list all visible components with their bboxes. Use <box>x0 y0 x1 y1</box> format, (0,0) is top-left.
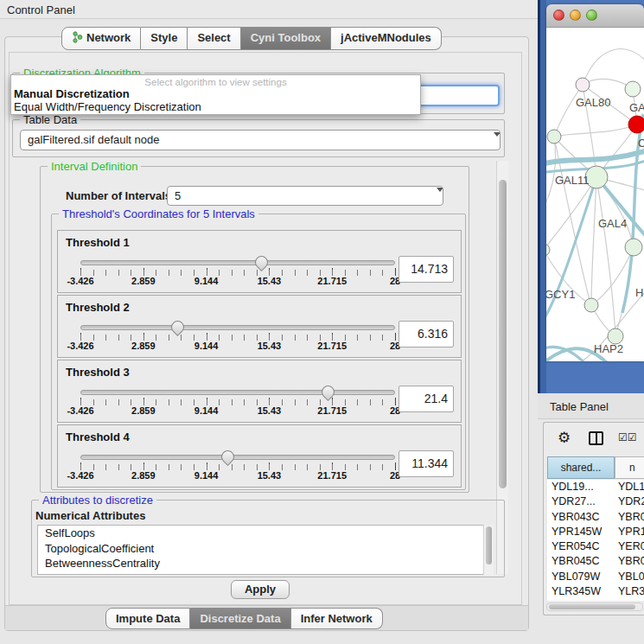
list-item[interactable]: BetweennessCentrality <box>38 556 493 571</box>
table-hscrollbar[interactable] <box>546 603 643 611</box>
algorithm-dropdown-popup: Select algorithm to view settings Manual… <box>10 74 421 115</box>
tab-cyni-toolbox[interactable]: Cyni Toolbox <box>241 27 331 50</box>
list-item[interactable]: TopologicalCoefficient <box>38 541 493 557</box>
tick-label: -3.426 <box>67 276 93 286</box>
table-cell[interactable]: YDR2 <box>615 494 644 509</box>
node-label: H <box>635 286 643 299</box>
threshold-label: Threshold 2 <box>66 301 130 314</box>
table-cell[interactable]: YBR0 <box>615 554 644 569</box>
table-cell[interactable]: YBR0 <box>615 510 644 525</box>
table-cell[interactable]: YBR045C <box>547 554 615 569</box>
apply-button[interactable]: Apply <box>231 580 290 599</box>
zoom-traffic-icon[interactable] <box>586 10 597 21</box>
network-node-h[interactable] <box>625 239 642 256</box>
table-cell[interactable]: YER054C <box>547 539 615 554</box>
tick-label: 21.715 <box>317 470 347 481</box>
close-traffic-icon[interactable] <box>553 10 564 21</box>
list-item[interactable]: SelfLoops <box>38 526 493 541</box>
node-label: HAP2 <box>594 342 623 355</box>
table-cell[interactable]: YPR145W <box>547 525 615 539</box>
threshold-label: Threshold 1 <box>66 236 130 249</box>
tab-label: Style <box>150 31 177 44</box>
thresholds-group: Threshold's Coordinates for 5 Intervals … <box>51 214 466 490</box>
network-node-gal11[interactable] <box>547 130 561 143</box>
group-title: Attributes to discretize <box>39 494 156 507</box>
tab-jactivemnodules[interactable]: jActiveMNodules <box>331 27 442 50</box>
panel-scrollbar-thumb[interactable] <box>499 180 507 488</box>
threshold-value-field[interactable]: 14.713 <box>399 256 454 283</box>
window-title: Control Panel <box>7 3 75 16</box>
table-cell[interactable]: YDR27... <box>547 494 615 509</box>
table-cell[interactable]: YIL052C <box>547 599 615 601</box>
slider-tick-labels: -3.426 2.859 9.144 15.43 21.715 28 <box>80 405 395 418</box>
attributes-listbox[interactable]: SelfLoops TopologicalCoefficient Between… <box>37 525 494 575</box>
network-window-titlebar[interactable] <box>546 4 644 28</box>
network-node-gal80[interactable] <box>576 78 590 92</box>
threshold-row: Threshold 3 -3.426 2.859 9.144 15.43 21.… <box>57 360 462 423</box>
network-node-gcy1[interactable] <box>546 244 550 256</box>
threshold-value-field[interactable]: 11.344 <box>399 450 454 477</box>
tab-label: jActiveMNodules <box>341 31 431 44</box>
table-panel: ⚙ ☑☑ shared... n YDL19... YDR27... YBR04… <box>543 422 644 615</box>
popup-option-equal-width[interactable]: Equal Width/Frequency Discretization <box>11 100 420 113</box>
tab-select[interactable]: Select <box>188 27 240 50</box>
threshold-slider[interactable] <box>80 455 395 460</box>
network-node-ga[interactable] <box>625 81 641 97</box>
table-cell[interactable]: YER0 <box>615 539 644 554</box>
network-graph: GAL80 GA C GAL11 GAL4 GCY1 H HAP2 <box>546 28 644 361</box>
list-scrollbar[interactable] <box>483 525 494 575</box>
slider-minor-ticks <box>80 270 395 276</box>
select-columns-icon[interactable]: ☑☑ <box>618 431 637 443</box>
network-node-red[interactable] <box>628 116 644 133</box>
num-intervals-combobox[interactable]: 5 <box>167 186 443 206</box>
threshold-row: Threshold 4 -3.426 2.859 9.144 15.43 21.… <box>57 424 462 488</box>
threshold-value-field[interactable]: 21.4 <box>399 386 454 412</box>
list-scrollbar-thumb[interactable] <box>486 526 492 564</box>
threshold-slider[interactable] <box>80 325 395 330</box>
table-cell[interactable]: YLR3 <box>615 584 644 599</box>
table-cell[interactable]: YLR345W <box>547 584 615 599</box>
table-cell[interactable]: YPR1 <box>615 525 644 539</box>
table-cell[interactable]: YIL0 <box>615 599 644 601</box>
node-label: C <box>638 137 644 150</box>
columns-icon[interactable] <box>589 431 603 445</box>
tick-label: 21.715 <box>317 341 347 351</box>
threshold-value-field[interactable]: 6.316 <box>399 321 454 348</box>
interval-definition-group: Interval Definition Number of Intervals … <box>40 166 469 493</box>
table-data-combobox[interactable]: galFiltered.sif default node <box>20 130 501 150</box>
network-window[interactable]: GAL80 GA C GAL11 GAL4 GCY1 H HAP2 <box>546 4 644 361</box>
tick-label: -3.426 <box>67 405 93 416</box>
node-label: GAL80 <box>576 96 610 109</box>
tab-impute-data[interactable]: Impute Data <box>105 608 190 629</box>
table-hscrollbar-thumb[interactable] <box>549 604 635 609</box>
tick-label: 15.43 <box>258 341 282 351</box>
tick-label: 9.144 <box>194 341 219 351</box>
tab-infer-network[interactable]: Infer Network <box>291 608 383 629</box>
network-node-hap2[interactable] <box>584 298 598 312</box>
control-panel-tabs: Network Style Select Cyni Toolbox jActiv… <box>61 27 442 50</box>
table-column-shared: YDL19... YDR27... YBR043C YPR145W YER054… <box>547 480 615 601</box>
table-cell[interactable]: YDL19... <box>547 480 615 494</box>
table-cell[interactable]: YDL1 <box>615 480 644 494</box>
tick-label: 9.144 <box>194 276 219 286</box>
tick-label: 15.43 <box>258 276 282 286</box>
tab-network[interactable]: Network <box>61 27 141 50</box>
threshold-slider[interactable] <box>80 260 395 265</box>
network-canvas[interactable]: GAL80 GA C GAL11 GAL4 GCY1 H HAP2 <box>546 28 644 361</box>
threshold-slider[interactable] <box>80 390 395 395</box>
numerical-attributes-label: Numerical Attributes <box>35 509 145 522</box>
column-header-name[interactable]: n <box>615 456 644 479</box>
tick-label: 21.715 <box>317 405 347 416</box>
slider-tick-labels: -3.426 2.859 9.144 15.43 21.715 28 <box>80 276 395 288</box>
node-label: GAL11 <box>555 174 590 187</box>
tab-label: Select <box>197 31 230 44</box>
gear-icon[interactable]: ⚙ <box>558 429 571 447</box>
popup-option-manual[interactable]: Manual Discretization <box>11 87 420 100</box>
column-header-shared[interactable]: shared... <box>547 456 615 479</box>
table-cell[interactable]: YBL079W <box>547 570 615 584</box>
minimize-traffic-icon[interactable] <box>570 10 581 21</box>
tab-style[interactable]: Style <box>141 27 188 50</box>
tab-discretize-data[interactable]: Discretize Data <box>190 608 290 629</box>
table-cell[interactable]: YBL0 <box>615 570 644 584</box>
table-cell[interactable]: YBR043C <box>547 510 615 525</box>
